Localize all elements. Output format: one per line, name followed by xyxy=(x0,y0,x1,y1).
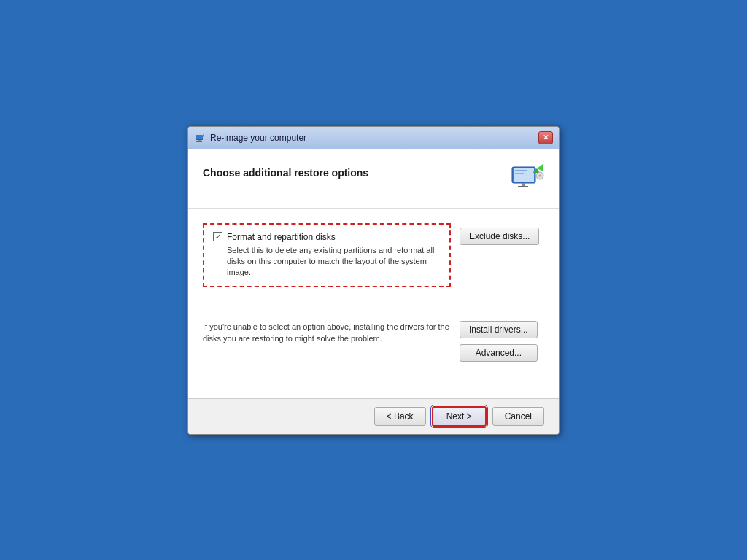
svg-rect-2 xyxy=(198,140,201,141)
format-checkbox[interactable] xyxy=(213,232,222,241)
window-title: Re-image your computer xyxy=(210,133,306,143)
install-drivers-button[interactable]: Install drivers... xyxy=(460,321,538,338)
dialog-content: Format and repartition disks Select this… xyxy=(188,209,559,398)
svg-rect-7 xyxy=(515,170,527,171)
content-inner: Format and repartition disks Select this… xyxy=(203,223,544,362)
svg-rect-1 xyxy=(196,139,203,140)
svg-rect-0 xyxy=(196,135,203,140)
option-box-inner: Format and repartition disks Select this… xyxy=(213,232,441,279)
next-button[interactable]: Next > xyxy=(432,406,487,427)
checkbox-label: Format and repartition disks xyxy=(227,232,336,242)
restore-icon xyxy=(509,161,544,196)
checkbox-row: Format and repartition disks xyxy=(213,232,441,242)
svg-rect-8 xyxy=(515,173,524,174)
dialog-title: Choose additional restore options xyxy=(203,161,368,179)
svg-rect-10 xyxy=(518,186,528,187)
back-button[interactable]: < Back xyxy=(374,407,426,426)
title-bar: Re-image your computer ✕ xyxy=(188,127,559,149)
dialog-header: Choose additional restore options xyxy=(188,149,559,209)
dialog-window: Re-image your computer ✕ Choose addition… xyxy=(187,126,560,435)
window-icon xyxy=(194,132,206,144)
title-bar-left: Re-image your computer xyxy=(194,132,306,144)
cancel-button[interactable]: Cancel xyxy=(492,407,544,426)
advanced-button[interactable]: Advanced... xyxy=(460,344,538,362)
svg-point-14 xyxy=(539,174,541,176)
option-box: Format and repartition disks Select this… xyxy=(203,223,451,287)
svg-rect-3 xyxy=(196,141,202,142)
dialog-footer: < Back Next > Cancel xyxy=(188,398,559,434)
exclude-disks-button[interactable]: Exclude disks... xyxy=(460,228,539,245)
close-button[interactable]: ✕ xyxy=(538,131,553,144)
svg-rect-9 xyxy=(522,183,525,186)
option-description: Select this to delete any existing parti… xyxy=(213,245,441,279)
info-text: If you're unable to select an option abo… xyxy=(203,321,451,345)
